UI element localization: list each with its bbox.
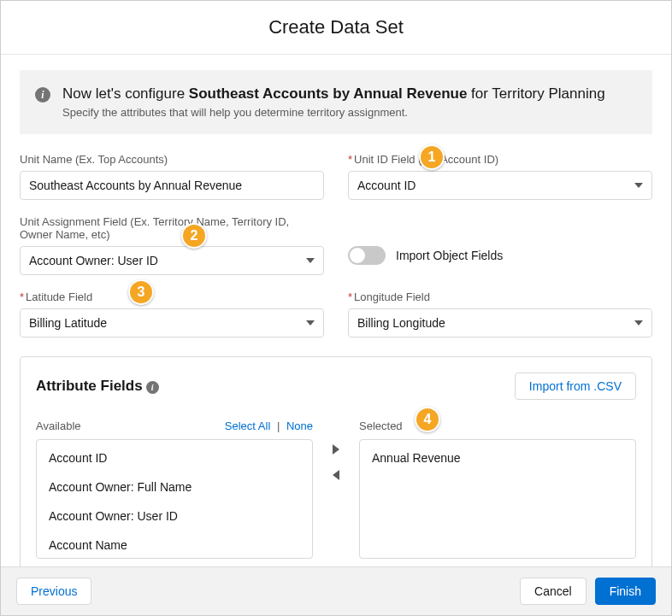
longitude-label-text: Longitude Field xyxy=(354,290,430,303)
unit-id-field-select[interactable]: Account ID xyxy=(348,171,652,200)
info-bold: Southeast Accounts by Annual Revenue xyxy=(189,85,468,102)
previous-button[interactable]: Previous xyxy=(16,578,91,605)
unit-id-field-value: Account ID xyxy=(357,179,416,192)
info-icon: i xyxy=(35,87,50,103)
chevron-down-icon xyxy=(306,320,315,326)
unit-assignment-value: Account Owner: User ID xyxy=(29,254,158,267)
import-csv-button[interactable]: Import from .CSV xyxy=(515,373,636,400)
callout-2: 2 xyxy=(181,223,207,249)
unit-assignment-group: Unit Assignment Field (Ex. Territory Nam… xyxy=(20,215,324,275)
unit-id-field-group: *Unit ID Field (Ex. Account ID) Account … xyxy=(348,153,652,200)
select-all-link[interactable]: Select All xyxy=(225,419,270,432)
info-icon[interactable]: i xyxy=(146,381,159,394)
chevron-down-icon xyxy=(634,183,643,188)
latitude-group: *Latitude Field Billing Latitude 3 xyxy=(20,290,324,337)
selected-list[interactable]: Annual Revenue xyxy=(359,439,636,559)
list-item[interactable]: Account ID xyxy=(37,443,312,472)
import-object-label: Import Object Fields xyxy=(396,249,503,262)
unit-name-label: Unit Name (Ex. Top Accounts) xyxy=(20,153,324,166)
list-item[interactable]: Account Owner: User ID xyxy=(37,502,312,531)
unit-assignment-label: Unit Assignment Field (Ex. Territory Nam… xyxy=(20,215,324,241)
toggle-knob xyxy=(350,248,365,263)
import-object-toggle[interactable] xyxy=(348,246,386,265)
list-item[interactable]: Account Name xyxy=(37,531,312,559)
latitude-label-text: Latitude Field xyxy=(26,290,92,303)
unit-assignment-select[interactable]: Account Owner: User ID xyxy=(20,246,324,275)
info-subtitle: Specify the attributes that will help yo… xyxy=(62,106,605,119)
latitude-label: *Latitude Field xyxy=(20,290,324,303)
move-left-button[interactable] xyxy=(333,470,339,480)
latitude-select[interactable]: Billing Latitude xyxy=(20,308,324,337)
available-label: Available xyxy=(36,419,81,432)
callout-3: 3 xyxy=(128,279,154,305)
longitude-select[interactable]: Billing Longitude xyxy=(348,308,652,337)
unit-name-input[interactable] xyxy=(20,171,324,200)
callout-1: 1 xyxy=(419,144,445,170)
finish-button[interactable]: Finish xyxy=(595,578,656,605)
chevron-down-icon xyxy=(306,258,315,263)
selected-label: Selected xyxy=(359,419,403,432)
separator: | xyxy=(277,419,280,432)
info-title: Now let's configure Southeast Accounts b… xyxy=(62,85,605,103)
attribute-fields-section: Attribute Fields i Import from .CSV Avai… xyxy=(20,356,652,575)
attribute-fields-title: Attribute Fields i xyxy=(36,378,159,395)
available-column: Available Select All | None Account ID A… xyxy=(36,417,313,559)
unit-name-group: Unit Name (Ex. Top Accounts) xyxy=(20,153,324,200)
chevron-down-icon xyxy=(634,320,643,326)
import-object-group: Import Object Fields xyxy=(348,215,652,275)
latitude-value: Billing Latitude xyxy=(29,316,107,330)
list-item[interactable]: Annual Revenue xyxy=(360,443,635,472)
callout-4: 4 xyxy=(415,407,440,432)
modal-content: i Now let's configure Southeast Accounts… xyxy=(1,70,671,581)
longitude-group: *Longitude Field Billing Longitude xyxy=(348,290,652,337)
longitude-value: Billing Longitude xyxy=(357,316,445,330)
move-right-button[interactable] xyxy=(333,444,339,455)
unit-id-field-label: *Unit ID Field (Ex. Account ID) xyxy=(348,153,652,166)
info-banner: i Now let's configure Southeast Accounts… xyxy=(20,70,652,134)
transfer-controls xyxy=(323,417,349,559)
attribute-fields-title-text: Attribute Fields xyxy=(36,378,143,395)
info-prefix: Now let's configure xyxy=(62,85,189,102)
longitude-label: *Longitude Field xyxy=(348,290,652,303)
select-none-link[interactable]: None xyxy=(286,419,313,432)
list-item[interactable]: Account Owner: Full Name xyxy=(37,472,312,502)
modal-footer: Previous Cancel Finish xyxy=(1,566,671,615)
available-list[interactable]: Account ID Account Owner: Full Name Acco… xyxy=(36,439,313,559)
selected-column: Selected Annual Revenue 4 xyxy=(359,417,636,559)
cancel-button[interactable]: Cancel xyxy=(520,578,587,605)
info-suffix: for Territory Planning xyxy=(467,85,604,102)
modal-title: Create Data Set xyxy=(1,1,671,55)
